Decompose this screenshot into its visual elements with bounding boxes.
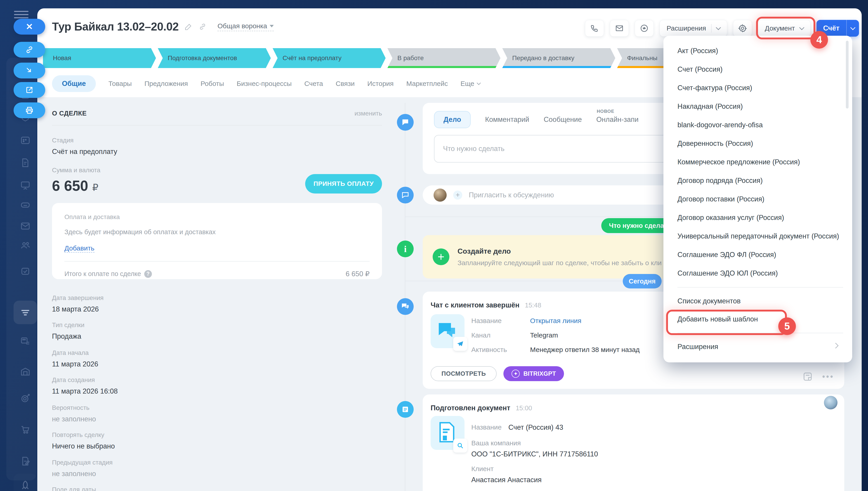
tab-history[interactable]: История [367, 80, 393, 87]
field-value[interactable]: Ничего не выбрано [52, 442, 115, 450]
menu-item-add-template[interactable]: Добавить новый шаблон [663, 310, 852, 328]
accept-payment-button[interactable]: ПРИНЯТЬ ОПЛАТУ [305, 174, 382, 194]
magnifier-icon [453, 438, 467, 453]
presentation-icon[interactable] [18, 178, 33, 193]
banner-text: Запланируйте следующий шаг по сделке, чт… [457, 259, 662, 267]
crm-funnel-icon-active[interactable] [13, 301, 37, 324]
add-payment-link[interactable]: Добавить [64, 244, 94, 253]
close-icon[interactable]: ✕ [13, 19, 45, 35]
field-value[interactable]: не заполнено [52, 470, 96, 478]
field-value[interactable]: 11 марта 2026 [52, 360, 98, 368]
tab-invoices[interactable]: Счета [304, 80, 323, 87]
open-in-slider-icon[interactable] [13, 63, 45, 79]
menu-item-power-of-attorney[interactable]: Доверенность (Россия) [663, 134, 852, 153]
mail-icon[interactable] [18, 219, 33, 234]
print-icon[interactable] [13, 103, 45, 118]
target-icon[interactable] [18, 391, 33, 406]
calendar-icon[interactable] [18, 133, 33, 148]
total-value: 6 650 ₽ [346, 270, 369, 278]
sign-document-icon[interactable] [18, 454, 33, 469]
edit-title-icon[interactable] [184, 23, 192, 31]
warehouse-icon[interactable] [18, 364, 33, 379]
menu-item-waybill[interactable]: Накладная (Россия) [663, 97, 852, 116]
document-event-icon [397, 401, 414, 418]
open-new-window-icon[interactable] [13, 82, 45, 98]
stage-new[interactable]: Новая [43, 48, 156, 68]
stage-in-progress[interactable]: В работе [387, 48, 501, 68]
tab-bizproc[interactable]: Бизнес-процессы [237, 80, 292, 87]
menu-item-contract-postavka[interactable]: Договор поставки (Россия) [663, 190, 852, 208]
extensions-button[interactable]: Расширения [660, 20, 727, 37]
document-icon[interactable] [18, 155, 33, 170]
page-title: Тур Байкал 13.02–20.02 [52, 20, 179, 33]
rocket-icon[interactable] [13, 474, 37, 491]
compose-tab-online-booking[interactable]: НОВОЕОнлайн-запи [596, 116, 638, 124]
schedule-icon[interactable] [18, 333, 33, 349]
menu-item-document-list[interactable]: Список документов [663, 292, 852, 310]
deal-tabs: Общие Товары Предложения Роботы Бизнес-п… [52, 75, 481, 92]
more-actions-icon[interactable]: ••• [822, 372, 834, 381]
menu-item-extensions[interactable]: Расширения [663, 338, 852, 356]
payment-delivery-card: Оплата и доставка Здесь будет информация… [52, 203, 382, 279]
field-value[interactable]: не заполнено [52, 415, 96, 423]
tab-quotes[interactable]: Предложения [144, 80, 188, 87]
check-icon[interactable] [18, 264, 33, 279]
tab-more[interactable]: Еще [460, 80, 481, 87]
tab-products[interactable]: Товары [109, 80, 132, 87]
chat-sync-button[interactable] [635, 20, 654, 37]
menu-item-invoice-factura[interactable]: Счет-фактура (Россия) [663, 79, 852, 97]
field-label: Дата завершения [52, 294, 103, 301]
tab-marketplace[interactable]: Маркетплейс [406, 80, 448, 87]
stage-docs[interactable]: Подготовка документов [158, 48, 271, 68]
funnel-selector[interactable]: Общая воронка [217, 22, 274, 31]
field-label: Предыдущая стадия [52, 459, 113, 466]
field-label: Тип сделки [52, 321, 85, 329]
field-value[interactable]: Продажа [52, 332, 81, 341]
edit-deal-link[interactable]: изменить [354, 110, 382, 117]
deal-amount[interactable]: 6 650 [52, 177, 88, 194]
invite-placeholder: Пригласить к обсуждению [469, 191, 554, 199]
compose-tab-comment[interactable]: Комментарий [485, 116, 529, 124]
call-button[interactable] [585, 20, 604, 37]
cart-icon[interactable] [18, 422, 33, 437]
menu-item-edo-yul[interactable]: Соглашение ЭДО ЮЛ (Россия) [663, 264, 852, 283]
link-icon[interactable] [199, 23, 207, 31]
divider [52, 125, 382, 125]
doc-name[interactable]: Счет (Россия) 43 [508, 424, 563, 432]
help-icon[interactable]: ? [144, 270, 152, 278]
copy-link-icon[interactable] [13, 42, 45, 58]
menu-item-contract-services[interactable]: Договор оказания услуг (Россия) [663, 208, 852, 227]
openline-link[interactable]: Открытая линия [530, 317, 581, 325]
field-value[interactable]: 18 марта 2026 [52, 305, 99, 313]
menu-item-contract-podryad[interactable]: Договор подряда (Россия) [663, 171, 852, 190]
document-button[interactable]: Документ [758, 20, 811, 37]
invoice-split-chevron[interactable] [846, 20, 859, 37]
add-participant-icon[interactable]: + [452, 190, 463, 200]
bitrixgpt-button[interactable]: ✦BITRIXGPT [503, 366, 564, 381]
chevron-down-icon [716, 25, 721, 30]
settings-gear-button[interactable] [733, 20, 752, 37]
people-icon[interactable] [18, 238, 33, 253]
field-label: Повторять сделку [52, 431, 104, 438]
menu-item-invoice[interactable]: Счет (Россия) [663, 60, 852, 79]
menu-item-edo-fl[interactable]: Соглашение ЭДО ФЛ (Россия) [663, 246, 852, 264]
compose-tab-message[interactable]: Сообщение [544, 116, 582, 124]
tab-robots[interactable]: Роботы [201, 80, 224, 87]
compose-tab-task[interactable]: Дело [434, 111, 471, 128]
stage-field-label: Стадия [52, 137, 73, 144]
view-chat-button[interactable]: ПОСМОТРЕТЬ [430, 366, 497, 381]
stage-prepayment[interactable]: Счёт на предоплату [273, 48, 386, 68]
drive-icon[interactable] [18, 197, 33, 213]
stage-delivery[interactable]: Передано в доставку [502, 48, 615, 68]
tab-links[interactable]: Связи [336, 80, 355, 87]
stage-field-value[interactable]: Счёт на предоплату [52, 148, 117, 156]
chat-event-icon [397, 298, 414, 315]
pin-note-icon[interactable] [802, 371, 813, 382]
menu-item-commercial-offer[interactable]: Коммерческое предложение (Россия) [663, 153, 852, 171]
dropdown-scrollbar[interactable] [846, 41, 848, 109]
email-button[interactable] [610, 20, 629, 37]
menu-item-blank-dogovor[interactable]: blank-dogovor-arendy-ofisa [663, 116, 852, 134]
tab-general[interactable]: Общие [52, 75, 96, 92]
menu-item-upd[interactable]: Универсальный передаточный документ (Рос… [663, 227, 852, 246]
field-value[interactable]: 11 марта 2026 16:08 [52, 387, 118, 395]
